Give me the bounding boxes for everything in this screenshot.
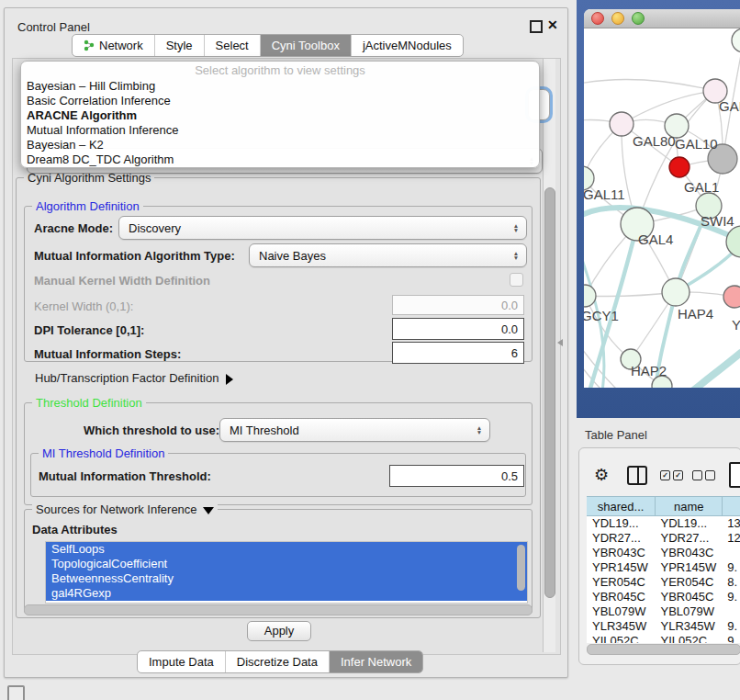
deselect-all-checkboxes-icon[interactable]	[692, 470, 715, 480]
which-threshold-combo[interactable]: MI Threshold ▲▼	[219, 418, 490, 442]
dropdown-item[interactable]: Bayesian – K2	[27, 138, 104, 152]
sources-group: Sources for Network Inference Data Attri…	[24, 509, 533, 614]
network-window: GAL GAL80 GAL10 GAL11 GAL1 SWI4 GAL4 GCY…	[584, 9, 740, 388]
zoom-traffic-light-icon[interactable]	[632, 12, 645, 25]
tab-select[interactable]: Select	[204, 35, 260, 56]
dropdown-item[interactable]: Basic Correlation Inference	[27, 94, 171, 107]
list-scrollbar-thumb[interactable]	[517, 545, 525, 591]
table-row[interactable]: YER054CYER054C8.	[587, 575, 740, 590]
select-all-checkboxes-icon[interactable]: ✓✓	[660, 470, 683, 480]
node-swi4[interactable]	[726, 226, 740, 257]
table-row[interactable]: YDL19...YDL19...13	[587, 516, 740, 531]
network-canvas[interactable]: GAL GAL80 GAL10 GAL11 GAL1 SWI4 GAL4 GCY…	[584, 28, 740, 388]
node[interactable]	[732, 28, 740, 52]
tab-network[interactable]: Network	[73, 35, 154, 56]
which-threshold-label: Which threshold to use:	[84, 423, 219, 437]
node-gal80[interactable]	[610, 112, 633, 136]
tab-infer-network[interactable]: Infer Network	[329, 651, 422, 672]
dropdown-item[interactable]: Bayesian – Hill Climbing	[27, 79, 155, 93]
tab-label: Cyni Toolbox	[272, 35, 340, 56]
group-title: Threshold Definition	[32, 396, 146, 410]
tab-label: Select	[216, 35, 249, 56]
gear-icon[interactable]: ⚙	[594, 467, 609, 483]
table-row[interactable]: YIL052CYIL052C9	[587, 634, 740, 643]
dropdown-item-selected[interactable]: ARACNE Algorithm	[27, 108, 137, 122]
sources-group-title[interactable]: Sources for Network Inference	[32, 502, 218, 516]
mi-type-combo[interactable]: Naive Bayes ▲▼	[249, 243, 527, 267]
mini-panel-icon[interactable]	[7, 685, 25, 700]
aracne-mode-combo[interactable]: Discovery ▲▼	[118, 216, 527, 240]
table-row[interactable]: YBR045CYBR045C9.	[587, 590, 740, 604]
apply-label: Apply	[264, 624, 295, 638]
control-panel-title: Control Panel	[17, 20, 90, 34]
tab-jactivemnodules[interactable]: jActiveMNodules	[351, 35, 463, 56]
table-row[interactable]: YLR345WYLR345W9.	[587, 619, 740, 634]
tab-impute-data[interactable]: Impute Data	[138, 651, 225, 672]
node-label: GAL80	[633, 133, 676, 149]
table-row[interactable]: YPR145WYPR145W9.	[587, 560, 740, 575]
aracne-mode-value: Discovery	[119, 221, 510, 235]
tab-label: Network	[99, 35, 143, 56]
tab-discretize-data[interactable]: Discretize Data	[225, 651, 329, 672]
group-title: MI Threshold Definition	[39, 446, 168, 460]
column-header-name[interactable]: name	[656, 496, 723, 516]
hub-definition-expander[interactable]: Hub/Transcription Factor Definition	[35, 371, 233, 385]
tab-label: Impute Data	[149, 651, 214, 672]
node-label: GCY1	[584, 308, 619, 323]
minimize-traffic-light-icon[interactable]	[611, 12, 624, 25]
column-header-shared-name[interactable]: shared...	[587, 496, 656, 516]
table-row[interactable]: YBL079WYBL079W	[587, 604, 740, 619]
node-salmon[interactable]	[723, 286, 740, 308]
node-gcy1[interactable]	[584, 285, 596, 307]
mi-type-value: Naive Bayes	[250, 249, 510, 263]
tab-label: Infer Network	[341, 651, 411, 672]
tab-label: Style	[166, 35, 193, 56]
table-row[interactable]: YDR27...YDR27...12	[587, 531, 740, 546]
node-red[interactable]	[669, 157, 690, 177]
table-header: shared... name	[587, 496, 740, 516]
table-row[interactable]: YBR043CYBR043C	[587, 546, 740, 560]
node-label: GAL11	[584, 186, 625, 202]
tab-cyni-toolbox[interactable]: Cyni Toolbox	[260, 35, 351, 56]
bottom-tabs: Impute Data Discretize Data Infer Networ…	[137, 650, 423, 673]
manual-kernel-checkbox[interactable]	[510, 273, 523, 287]
panel-vertical-scrollbar[interactable]	[543, 59, 555, 652]
dpi-tolerance-field[interactable]: 0.0	[392, 318, 524, 340]
mi-steps-field[interactable]: 6	[392, 342, 524, 364]
scrollbar-thumb[interactable]	[544, 187, 555, 598]
expand-right-icon	[226, 374, 233, 385]
node-table: shared... name YDL19...YDL19...13 YDR27.…	[587, 496, 740, 655]
algorithm-definition-group: Algorithm Definition Aracne Mode: Discov…	[24, 206, 533, 362]
list-item[interactable]: SelfLoops	[46, 542, 527, 557]
table-horizontal-scrollbar[interactable]	[587, 644, 740, 655]
column-layout-icon[interactable]	[627, 466, 647, 485]
tab-style[interactable]: Style	[154, 35, 204, 56]
mi-threshold-label: Mutual Information Threshold:	[39, 469, 211, 483]
network-window-titlebar	[584, 9, 740, 28]
list-item[interactable]: TopologicalCoefficient	[46, 557, 527, 571]
node-hap4[interactable]	[662, 278, 690, 306]
mi-type-label: Mutual Information Algorithm Type:	[34, 249, 235, 263]
splitter-collapse-icon[interactable]	[557, 339, 563, 346]
horizontal-scrollbar[interactable]	[24, 604, 533, 615]
network-window-frame: GAL GAL80 GAL10 GAL11 GAL1 SWI4 GAL4 GCY…	[577, 0, 740, 418]
kernel-width-field[interactable]: 0.0	[392, 295, 524, 315]
list-item[interactable]: BetweennessCentrality	[46, 571, 527, 586]
list-item[interactable]: gal4RGexp	[46, 586, 527, 601]
column-header-partial[interactable]	[723, 496, 740, 516]
float-window-icon[interactable]	[530, 20, 543, 33]
dropdown-item[interactable]: Mutual Information Inference	[27, 123, 178, 137]
close-traffic-light-icon[interactable]	[591, 12, 604, 25]
tab-label: jActiveMNodules	[363, 35, 452, 56]
cyni-algorithm-settings-group: Cyni Algorithm Settings Algorithm Defini…	[16, 177, 541, 618]
close-icon[interactable]: ✕	[547, 17, 558, 32]
group-title: Algorithm Definition	[32, 199, 143, 213]
dropdown-item[interactable]: Dream8 DC_TDC Algorithm	[27, 152, 174, 166]
combo-arrows-icon: ▲▼	[473, 425, 486, 435]
file-icon[interactable]	[729, 462, 740, 488]
node-label: HAP2	[631, 363, 667, 378]
mi-threshold-group: MI Threshold Definition Mutual Informati…	[30, 453, 526, 497]
control-panel-tabs: Network Style Select Cyni Toolbox jActiv…	[72, 34, 464, 57]
apply-button[interactable]: Apply	[247, 621, 311, 641]
mi-threshold-field[interactable]: 0.5	[389, 465, 524, 487]
